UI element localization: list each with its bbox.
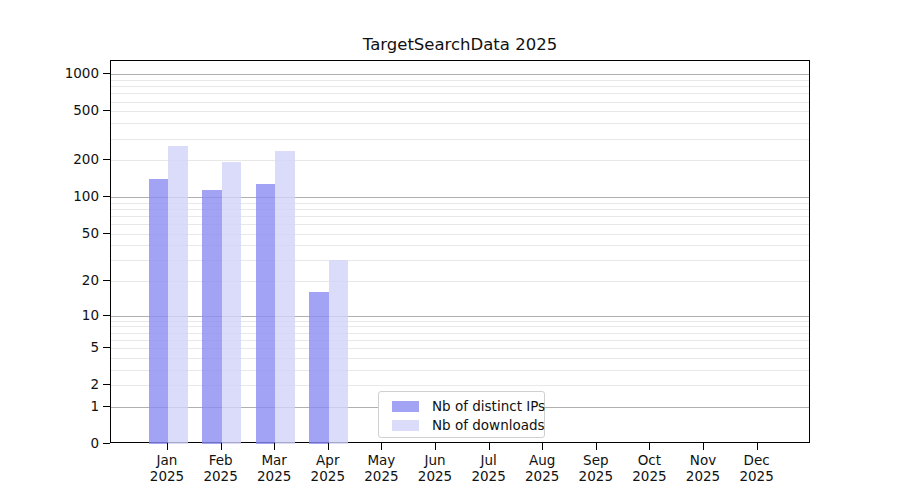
- x-tick-mark: [596, 443, 597, 450]
- y-tick-mark: [103, 280, 110, 281]
- y-tick-mark: [103, 110, 110, 111]
- gridline-minor: [111, 93, 809, 94]
- y-tick-mark: [103, 443, 110, 444]
- legend-item-label: Nb of downloads: [432, 417, 545, 433]
- legend-item: Nb of downloads: [387, 417, 536, 433]
- bar-nb-of-downloads-mar: [275, 151, 295, 444]
- y-tick-label: 1: [0, 398, 99, 414]
- y-tick-label: 50: [0, 225, 99, 241]
- x-tick-mark: [489, 443, 490, 450]
- y-tick-label: 100: [0, 188, 99, 204]
- x-tick-label-dec: Dec 2025: [722, 452, 792, 484]
- legend-swatch-icon: [392, 401, 419, 412]
- legend-item-label: Nb of distinct IPs: [432, 398, 545, 414]
- x-tick-mark: [274, 443, 275, 450]
- gridline-minor: [111, 102, 809, 103]
- y-tick-mark: [103, 406, 110, 407]
- x-tick-mark: [221, 443, 222, 450]
- x-tick-mark: [167, 443, 168, 450]
- y-tick-label: 200: [0, 151, 99, 167]
- gridline-minor: [111, 160, 809, 161]
- gridline-minor: [111, 123, 809, 124]
- gridline-minor: [111, 80, 809, 81]
- x-tick-mark: [542, 443, 543, 450]
- y-tick-mark: [103, 159, 110, 160]
- chart-figure: TargetSearchData 2025 012510205010020050…: [0, 0, 900, 500]
- x-tick-mark: [703, 443, 704, 450]
- y-tick-label: 2: [0, 376, 99, 392]
- y-tick-label: 0: [0, 435, 99, 451]
- legend: Nb of distinct IPsNb of downloads: [378, 391, 545, 438]
- y-tick-label: 500: [0, 102, 99, 118]
- x-tick-mark: [757, 443, 758, 450]
- bar-nb-of-distinct-ips-jan: [149, 179, 169, 444]
- y-tick-label: 20: [0, 272, 99, 288]
- bar-nb-of-downloads-jan: [168, 146, 188, 444]
- gridline-minor: [111, 139, 809, 140]
- y-tick-mark: [103, 233, 110, 234]
- y-tick-mark: [103, 315, 110, 316]
- legend-item: Nb of distinct IPs: [387, 398, 536, 414]
- plot-area: [110, 60, 810, 443]
- gridline-minor: [111, 111, 809, 112]
- y-tick-label: 10: [0, 307, 99, 323]
- bar-nb-of-distinct-ips-mar: [256, 184, 276, 444]
- y-tick-label: 5: [0, 339, 99, 355]
- y-tick-mark: [103, 73, 110, 74]
- x-tick-mark: [381, 443, 382, 450]
- y-tick-mark: [103, 384, 110, 385]
- bar-nb-of-downloads-feb: [222, 162, 242, 444]
- y-tick-mark: [103, 347, 110, 348]
- bar-nb-of-distinct-ips-feb: [202, 190, 222, 444]
- x-tick-mark: [328, 443, 329, 450]
- y-tick-label: 1000: [0, 65, 99, 81]
- x-tick-mark: [649, 443, 650, 450]
- legend-swatch-icon: [392, 420, 419, 431]
- chart-title: TargetSearchData 2025: [110, 35, 810, 54]
- bar-nb-of-downloads-apr: [329, 260, 349, 444]
- gridline-major: [111, 74, 809, 75]
- gridline-minor: [111, 86, 809, 87]
- y-tick-mark: [103, 196, 110, 197]
- x-tick-mark: [435, 443, 436, 450]
- bar-nb-of-distinct-ips-apr: [309, 292, 329, 444]
